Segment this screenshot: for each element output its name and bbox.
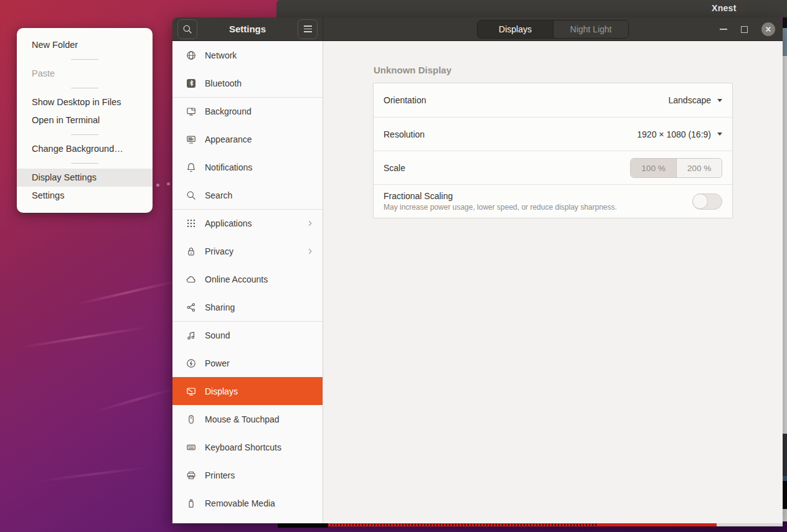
close-button[interactable] xyxy=(761,22,775,36)
fractional-scaling-subtitle: May increase power usage, lower speed, o… xyxy=(384,203,617,212)
alert-banner-text-hint xyxy=(331,524,598,526)
printer-icon xyxy=(186,470,196,480)
scale-row: Scale 100 % 200 % xyxy=(374,151,732,184)
toggle-knob xyxy=(692,194,708,209)
search-button[interactable] xyxy=(177,19,197,39)
edge-segment xyxy=(783,434,787,476)
xnest-window-title: Xnest xyxy=(712,3,737,13)
displays-panel: Unknown Display Orientation Landscape Re… xyxy=(323,41,783,523)
xnest-titlebar[interactable]: Xnest xyxy=(276,0,787,17)
sidebar-item-label: Removable Media xyxy=(205,498,275,508)
edge-segment xyxy=(783,476,787,481)
scale-option-200[interactable]: 200 % xyxy=(676,159,722,177)
display-settings-card: Orientation Landscape Resolution 1920 × … xyxy=(373,83,733,218)
sidebar-item-label: Appearance xyxy=(205,134,252,144)
fractional-scaling-row: Fractional Scaling May increase power us… xyxy=(374,184,732,218)
sidebar-item-power[interactable]: Power xyxy=(172,349,323,377)
menu-item-open-in-terminal[interactable]: Open in Terminal xyxy=(17,111,153,129)
sidebar-item-label: Sound xyxy=(205,330,230,340)
section-title: Unknown Display xyxy=(374,65,451,75)
sidebar-item-appearance[interactable]: Appearance xyxy=(172,125,323,153)
menu-item-display-settings[interactable]: Display Settings xyxy=(17,169,153,187)
dropdown-arrow-icon xyxy=(717,99,722,102)
menu-item-change-background[interactable]: Change Background… xyxy=(17,140,153,158)
display-icon xyxy=(186,386,196,396)
edge-segment xyxy=(783,481,787,509)
sidebar-item-background[interactable]: Background xyxy=(172,97,323,125)
sidebar-item-sharing[interactable]: Sharing xyxy=(172,293,323,321)
globe-icon xyxy=(186,50,196,60)
settings-window: Settings Displays Night Light Network xyxy=(172,17,783,523)
sidebar-item-privacy[interactable]: Privacy xyxy=(172,237,323,265)
sidebar-item-label: Sharing xyxy=(205,302,235,312)
sidebar-item-mouse-touchpad[interactable]: Mouse & Touchpad xyxy=(172,405,323,433)
scale-option-100[interactable]: 100 % xyxy=(631,159,676,177)
menu-separator xyxy=(17,129,153,140)
sidebar-item-label: Applications xyxy=(205,218,252,228)
orientation-value: Landscape xyxy=(668,95,711,105)
power-icon xyxy=(186,358,196,368)
wallpaper-dot xyxy=(156,184,159,187)
sidebar-item-applications[interactable]: Applications xyxy=(172,209,323,237)
wallpaper-streak xyxy=(37,466,149,482)
sidebar-item-removable-media[interactable]: Removable Media xyxy=(172,489,323,517)
cloud-icon xyxy=(186,274,196,284)
sidebar-item-search[interactable]: Search xyxy=(172,181,323,209)
hamburger-menu-icon xyxy=(304,26,312,32)
orientation-dropdown[interactable]: Landscape xyxy=(668,95,722,105)
search-icon xyxy=(186,190,196,200)
settings-sidebar: Network Bluetooth Background Appearance … xyxy=(172,41,323,523)
wallpaper-streak xyxy=(95,386,179,413)
orientation-label: Orientation xyxy=(384,95,426,105)
scale-segmented-control: 100 % 200 % xyxy=(630,158,722,178)
primary-menu-button[interactable] xyxy=(298,19,318,39)
orientation-row: Orientation Landscape xyxy=(374,83,732,117)
minimize-icon xyxy=(720,29,727,30)
wallpaper-streak xyxy=(19,326,149,349)
sidebar-item-online-accounts[interactable]: Online Accounts xyxy=(172,265,323,293)
tab-night-light[interactable]: Night Light xyxy=(553,21,628,38)
sidebar-item-printers[interactable]: Printers xyxy=(172,461,323,489)
window-bottom-edge xyxy=(717,523,783,526)
main-titlebar: Displays Night Light xyxy=(323,17,783,41)
scale-label: Scale xyxy=(384,163,405,173)
background-window-strip xyxy=(278,523,328,528)
window-title: Settings xyxy=(229,24,266,34)
resolution-label: Resolution xyxy=(384,129,425,139)
sidebar-item-label: Search xyxy=(205,190,232,200)
chevron-right-icon xyxy=(306,220,314,227)
minimize-button[interactable] xyxy=(720,29,727,30)
sidebar-item-sound[interactable]: Sound xyxy=(172,321,323,349)
sidebar-item-label: Notifications xyxy=(205,162,252,172)
tab-displays[interactable]: Displays xyxy=(478,21,553,38)
sidebar-item-label: Online Accounts xyxy=(205,274,268,284)
resolution-value: 1920 × 1080 (16:9) xyxy=(637,129,711,139)
sidebar-item-keyboard-shortcuts[interactable]: Keyboard Shortcuts xyxy=(172,433,323,461)
sidebar-item-network[interactable]: Network xyxy=(172,41,323,69)
apps-grid-icon xyxy=(186,218,196,228)
maximize-icon xyxy=(741,26,748,33)
close-icon xyxy=(764,25,773,34)
view-switcher: Displays Night Light xyxy=(477,20,629,39)
sidebar-item-bluetooth[interactable]: Bluetooth xyxy=(172,69,323,97)
sidebar-titlebar: Settings xyxy=(172,17,323,41)
window-controls xyxy=(720,17,775,41)
sidebar-item-label: Keyboard Shortcuts xyxy=(205,442,281,452)
edge-segment xyxy=(783,28,787,56)
fractional-scaling-toggle[interactable] xyxy=(692,194,722,210)
sidebar-item-label: Bluetooth xyxy=(205,78,242,88)
resolution-row: Resolution 1920 × 1080 (16:9) xyxy=(374,117,732,151)
maximize-button[interactable] xyxy=(741,26,748,33)
resolution-dropdown[interactable]: 1920 × 1080 (16:9) xyxy=(637,129,722,139)
sidebar-item-displays[interactable]: Displays xyxy=(172,377,323,405)
menu-separator xyxy=(17,83,153,93)
menu-item-new-folder[interactable]: New Folder xyxy=(17,36,153,54)
bluetooth-icon xyxy=(186,78,196,88)
sidebar-item-notifications[interactable]: Notifications xyxy=(172,153,323,181)
menu-item-show-desktop-in-files[interactable]: Show Desktop in Files xyxy=(17,93,153,111)
edge-segment xyxy=(783,17,787,28)
desktop-context-menu: New Folder Paste Show Desktop in Files O… xyxy=(17,28,153,213)
music-note-icon xyxy=(186,330,196,340)
background-window-edge xyxy=(783,17,787,532)
menu-item-settings[interactable]: Settings xyxy=(17,187,153,205)
